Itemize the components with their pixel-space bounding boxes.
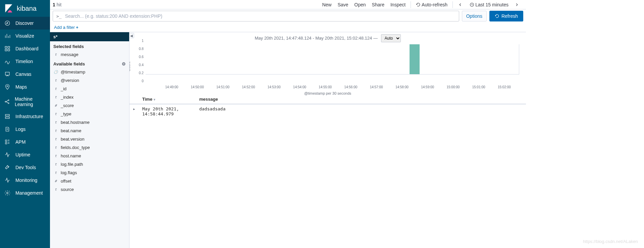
field-item[interactable]: thost.name: [50, 152, 129, 160]
y-tick: 0.6: [139, 55, 144, 59]
hits-count: 1 hit: [53, 2, 61, 7]
sidebar-item-discover[interactable]: Discover: [0, 17, 50, 30]
apm-icon: [4, 139, 11, 145]
devtools-icon: [4, 164, 11, 171]
topbar: 1 hit New Save Open Share Inspect Auto-r…: [50, 0, 526, 9]
sidebar-item-label: Infrastructure: [15, 114, 43, 119]
field-name: beat.hostname: [61, 120, 90, 125]
time-range-button[interactable]: Last 15 minutes: [467, 2, 512, 7]
time-next-button[interactable]: [512, 2, 523, 7]
field-type-icon: #: [53, 179, 58, 184]
field-item[interactable]: #_score: [50, 101, 129, 110]
sidebar-item-infrastructure[interactable]: Infrastructure: [0, 110, 50, 123]
field-name: message: [61, 52, 78, 57]
expand-row-button[interactable]: ▸: [129, 104, 139, 118]
cell-time: May 20th 2021, 14:58:44.979: [139, 104, 196, 118]
svg-point-12: [7, 192, 8, 194]
field-item[interactable]: t@version: [50, 76, 129, 85]
search-input[interactable]: [65, 13, 459, 19]
field-name: _id: [61, 86, 66, 91]
search-bar[interactable]: >_: [53, 11, 459, 21]
sidebar-item-timelion[interactable]: Timelion: [0, 55, 50, 68]
field-item[interactable]: tfields.doc_type: [50, 143, 129, 152]
svg-rect-11: [5, 117, 9, 119]
field-item[interactable]: t_id: [50, 85, 129, 93]
save-button[interactable]: Save: [334, 2, 351, 7]
field-item[interactable]: #offset: [50, 177, 129, 185]
field-name: fields.doc_type: [61, 145, 90, 150]
sidebar-item-devtools[interactable]: Dev Tools: [0, 161, 50, 174]
field-item[interactable]: tsource: [50, 185, 129, 194]
visualize-icon: [4, 33, 11, 39]
x-tick: 14:53:00: [268, 85, 281, 89]
options-button[interactable]: Options: [462, 11, 487, 21]
column-message[interactable]: message: [196, 95, 526, 104]
column-time[interactable]: Time▼: [139, 95, 196, 104]
y-axis-label: Count: [129, 62, 131, 71]
x-tick: 14:52:00: [242, 85, 255, 89]
sidebar-item-label: Canvas: [15, 71, 31, 77]
field-item[interactable]: tmessage: [50, 50, 129, 59]
sidebar-item-label: Monitoring: [15, 178, 37, 183]
y-tick: 0.8: [139, 47, 144, 51]
share-button[interactable]: Share: [369, 2, 387, 7]
field-name: host.name: [61, 153, 81, 158]
field-item[interactable]: tlog.flags: [50, 168, 129, 177]
x-tick: 15:02:00: [498, 85, 511, 89]
auto-refresh-button[interactable]: Auto-refresh: [413, 2, 450, 7]
sidebar-item-label: Management: [15, 190, 43, 196]
svg-rect-1: [5, 46, 7, 48]
field-item[interactable]: tbeat.hostname: [50, 118, 129, 127]
field-item[interactable]: 🕒@timestamp: [50, 68, 129, 76]
sidebar-item-ml[interactable]: Machine Learning: [0, 93, 50, 110]
field-name: beat.name: [61, 128, 81, 133]
svg-rect-10: [5, 114, 9, 116]
field-type-icon: t: [53, 95, 58, 100]
sidebar-item-apm[interactable]: APM: [0, 136, 50, 148]
inspect-button[interactable]: Inspect: [387, 2, 409, 7]
field-name: _score: [61, 103, 74, 108]
fields-panel: s* Selected fields tmessage Available fi…: [50, 32, 129, 248]
infrastructure-icon: [4, 113, 11, 120]
x-axis-label: @timestamp per 30 seconds: [304, 91, 351, 95]
results-table: Time▼ message ▸May 20th 2021, 14:58:44.9…: [129, 95, 526, 118]
time-prev-button[interactable]: [455, 2, 467, 7]
sidebar-item-label: Visualize: [15, 33, 34, 39]
add-filter-button[interactable]: Add a filter+: [54, 25, 78, 30]
index-pattern-selector[interactable]: s*: [50, 32, 129, 41]
sidebar-item-logs[interactable]: Logs: [0, 123, 50, 136]
sidebar-item-visualize[interactable]: Visualize: [0, 30, 50, 42]
filter-bar: Add a filter+: [50, 23, 526, 32]
sidebar-item-monitoring[interactable]: Monitoring: [0, 174, 50, 187]
time-range-display: May 20th 2021, 14:47:48.124 - May 20th 2…: [129, 32, 526, 44]
refresh-icon: [416, 2, 421, 7]
gear-icon[interactable]: ⚙: [122, 61, 126, 66]
field-type-icon: t: [53, 129, 58, 133]
field-item[interactable]: t_index: [50, 93, 129, 101]
field-item[interactable]: tbeat.name: [50, 127, 129, 135]
interval-select[interactable]: Auto: [381, 34, 401, 42]
open-button[interactable]: Open: [351, 2, 369, 7]
monitoring-icon: [4, 177, 11, 184]
refresh-button[interactable]: Refresh: [489, 11, 523, 21]
dashboard-icon: [4, 45, 11, 52]
sidebar-item-uptime[interactable]: Uptime: [0, 148, 50, 161]
histogram-chart[interactable]: Count 00.20.40.60.81 14:49:0014:50:0014:…: [129, 44, 526, 95]
table-row: ▸May 20th 2021, 14:58:44.979dadsadsada: [129, 104, 526, 118]
collapse-fields-button[interactable]: ◀: [129, 33, 134, 38]
sidebar-item-management[interactable]: Management: [0, 187, 50, 199]
new-button[interactable]: New: [319, 2, 334, 7]
field-item[interactable]: t_type: [50, 110, 129, 118]
x-tick: 14:59:00: [421, 85, 434, 89]
kibana-logo[interactable]: kibana: [0, 0, 50, 17]
field-type-icon: t: [53, 187, 58, 192]
field-item[interactable]: tlog.file.path: [50, 160, 129, 168]
sidebar-item-dashboard[interactable]: Dashboard: [0, 42, 50, 55]
field-type-icon: 🕒: [53, 70, 58, 75]
selected-fields-header: Selected fields: [50, 41, 129, 50]
field-name: @version: [61, 78, 79, 83]
sidebar-item-maps[interactable]: Maps: [0, 81, 50, 93]
sidebar-item-canvas[interactable]: Canvas: [0, 68, 50, 81]
field-item[interactable]: tbeat.version: [50, 135, 129, 143]
chart-bar[interactable]: [410, 44, 420, 74]
